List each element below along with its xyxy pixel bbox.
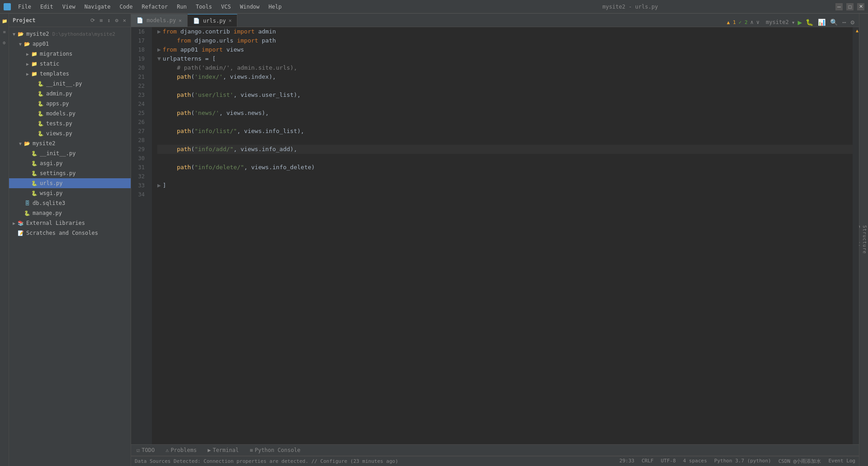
tree-mysite2-label: mysite2 xyxy=(33,140,56,147)
tree-scratches-label: Scratches and Consoles xyxy=(26,230,98,236)
sync-icon[interactable]: ⟳ xyxy=(90,16,96,24)
tree-external-libs[interactable]: ▶ 📚 External Libraries xyxy=(9,218,131,228)
tree-urls-py[interactable]: 🐍 urls.py xyxy=(9,178,131,188)
py-icon: 🐍 xyxy=(31,180,38,187)
chevron-up-icon[interactable]: ∧ xyxy=(750,19,754,25)
tree-app01-init[interactable]: 🐍 __init__.py xyxy=(9,79,131,89)
tree-static[interactable]: ▶ 📁 static xyxy=(9,59,131,69)
settings-button[interactable]: ⚙ xyxy=(850,18,855,27)
arrow-icon: ▼ xyxy=(17,42,24,47)
maximize-button[interactable]: □ xyxy=(846,3,854,10)
code-line-30 xyxy=(157,154,853,163)
py-icon: 🐍 xyxy=(37,120,44,127)
tab-models-py[interactable]: 📄 models.py ✕ xyxy=(131,14,188,27)
folder-icon: 📁 xyxy=(31,50,38,57)
indent xyxy=(163,145,177,154)
tree-templates[interactable]: ▶ 📁 templates xyxy=(9,69,131,79)
code-line-19: ▼ urlpatterns = [ xyxy=(157,54,853,63)
scrollbar[interactable]: ▲ xyxy=(853,27,859,444)
tree-root-mysite2[interactable]: ▼ 📂 mysite2 D:\pythondata\mysite2 xyxy=(9,29,131,39)
close-button[interactable]: ✕ xyxy=(857,3,864,10)
tree-models-py[interactable]: 🐍 models.py xyxy=(9,109,131,119)
tree-mysite2-init[interactable]: 🐍 __init__.py xyxy=(9,148,131,158)
menu-view[interactable]: View xyxy=(59,3,79,11)
tree-apps-py[interactable]: 🐍 apps.py xyxy=(9,99,131,109)
chevron-down-icon[interactable]: ∨ xyxy=(756,19,760,25)
tree-admin-py[interactable]: 🐍 admin.py xyxy=(9,89,131,99)
project-icon[interactable]: 📁 xyxy=(0,17,9,25)
string: 'news/' xyxy=(194,109,219,118)
cursor-position: 29:33 xyxy=(619,458,634,465)
fold-mark[interactable]: ▶ xyxy=(157,181,161,190)
tree-scratches[interactable]: 📝 Scratches and Consoles xyxy=(9,228,131,238)
structure-icon[interactable]: ≡ xyxy=(0,28,9,36)
tab-urls-close[interactable]: ✕ xyxy=(229,18,232,24)
debug-button[interactable]: 🐛 xyxy=(805,18,814,27)
code-line-17: ▶ from django.urls import path xyxy=(157,36,853,45)
fold-mark[interactable]: ▼ xyxy=(157,54,161,63)
event-log[interactable]: Event Log xyxy=(828,458,855,465)
tab-todo[interactable]: ☑ TODO xyxy=(131,444,160,456)
menu-refactor[interactable]: Refactor xyxy=(138,3,171,11)
menu-help[interactable]: Help xyxy=(265,3,285,11)
tree-mysite2-folder[interactable]: ▼ 📂 mysite2 xyxy=(9,138,131,148)
code-text: django.urls xyxy=(191,36,237,45)
tree-models-label: models.py xyxy=(46,110,75,117)
code-text: , views.news), xyxy=(219,109,269,118)
problems-icon: ⚠ xyxy=(165,447,169,453)
code-lines[interactable]: ▶ from django.contrib import admin ▶ fro… xyxy=(152,27,853,444)
settings-icon[interactable]: ⚙ xyxy=(0,38,9,47)
tab-python-console[interactable]: ≡ Python Console xyxy=(244,444,306,456)
menu-window[interactable]: Window xyxy=(236,3,263,11)
code-text: ( xyxy=(191,109,194,118)
menu-file[interactable]: File xyxy=(14,3,35,11)
project-title: Project xyxy=(13,17,87,24)
code-line-31: ▶ path ( "info/delete/" , views.info_del… xyxy=(157,163,853,172)
tree-app01[interactable]: ▼ 📂 app01 xyxy=(9,39,131,49)
tree-manage-py[interactable]: 🐍 manage.py xyxy=(9,208,131,218)
minimize-button[interactable]: ─ xyxy=(835,3,843,10)
sort-icon[interactable]: ↕ xyxy=(106,16,111,24)
profile-button[interactable]: 📊 xyxy=(817,18,826,27)
fold-mark[interactable]: ▶ xyxy=(157,27,161,36)
more-button[interactable]: ⋯ xyxy=(841,18,847,27)
coverage-button[interactable]: 🔍 xyxy=(829,18,839,27)
encoding: UTF-8 xyxy=(661,458,676,465)
py-icon: 🐍 xyxy=(37,130,44,137)
tree-tests-py[interactable]: 🐍 tests.py xyxy=(9,119,131,128)
menu-vcs[interactable]: VCS xyxy=(217,3,235,11)
dropdown-icon[interactable]: ▾ xyxy=(792,19,795,26)
tab-urls-py[interactable]: 📄 urls.py ✕ xyxy=(188,14,237,27)
function-call: path xyxy=(177,145,191,154)
tree-db-sqlite[interactable]: 🗄 db.sqlite3 xyxy=(9,198,131,208)
structure-label[interactable]: Structure xyxy=(861,222,868,257)
tree-wsgi-py[interactable]: 🐍 wsgi.py xyxy=(9,188,131,198)
collapse-icon[interactable]: ≡ xyxy=(99,16,104,24)
tree-views-py[interactable]: 🐍 views.py xyxy=(9,128,131,138)
menu-run[interactable]: Run xyxy=(173,3,190,11)
tree-wsgi-label: wsgi.py xyxy=(40,190,63,196)
close-panel-icon[interactable]: ✕ xyxy=(122,16,127,24)
tree-settings-py[interactable]: 🐍 settings.py xyxy=(9,168,131,178)
tab-terminal[interactable]: ▶ Terminal xyxy=(202,444,244,456)
tree-migrations[interactable]: ▶ 📁 migrations xyxy=(9,49,131,59)
menu-edit[interactable]: Edit xyxy=(37,3,57,11)
run-button[interactable]: ▶ xyxy=(797,18,802,27)
tab-models-close[interactable]: ✕ xyxy=(179,18,182,24)
tree-asgi-py[interactable]: 🐍 asgi.py xyxy=(9,158,131,168)
string: "info/add/" xyxy=(194,145,233,154)
indent xyxy=(163,127,177,136)
tree-urls-label: urls.py xyxy=(40,180,63,186)
menu-code[interactable]: Code xyxy=(116,3,137,11)
settings-icon[interactable]: ⚙ xyxy=(114,16,119,24)
code-editor[interactable]: 16 17 18 19 20 21 22 23 24 25 26 27 28 2… xyxy=(131,27,859,444)
problems-label: Problems xyxy=(170,447,197,453)
code-line-29: ▶ path ( "info/add/" , views.info_add), xyxy=(157,145,853,154)
warning-count[interactable]: ▲ 1 xyxy=(727,19,736,25)
fold-mark[interactable]: ▶ xyxy=(157,45,161,54)
tab-problems[interactable]: ⚠ Problems xyxy=(160,444,202,456)
tree-asgi-label: asgi.py xyxy=(40,160,63,166)
ok-count[interactable]: ✓ 2 xyxy=(739,19,748,25)
menu-tools[interactable]: Tools xyxy=(192,3,216,11)
menu-navigate[interactable]: Navigate xyxy=(81,3,114,11)
